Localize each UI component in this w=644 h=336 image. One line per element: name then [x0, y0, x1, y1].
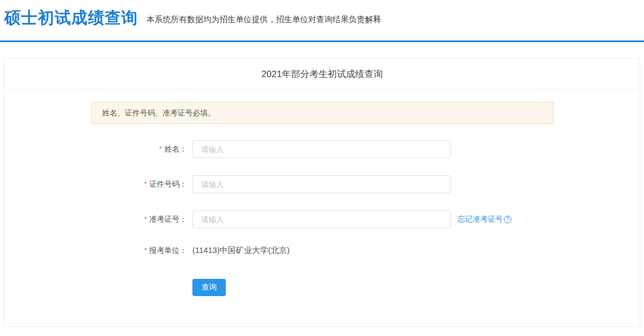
form-row-institution: *报考单位： (11413)中国矿业大学(北京) [4, 245, 640, 256]
card-title: 2021年部分考生初试成绩查询 [261, 68, 383, 80]
required-asterisk: * [144, 215, 147, 223]
query-card: 2021年部分考生初试成绩查询 姓名、证件号码、准考证号必填。 *姓名： *证件… [4, 58, 640, 327]
target-institution-value: (11413)中国矿业大学(北京) [192, 245, 290, 256]
forgot-exam-number-link[interactable]: 忘记准考证号? [458, 215, 511, 224]
card-body: 姓名、证件号码、准考证号必填。 *姓名： *证件号码： *准考证号： [4, 90, 640, 296]
exam-number-input[interactable] [192, 210, 451, 228]
query-button[interactable]: 查询 [192, 279, 226, 296]
required-asterisk: * [144, 180, 147, 188]
question-circle-icon[interactable]: ? [504, 216, 511, 223]
required-fields-alert: 姓名、证件号码、准考证号必填。 [91, 102, 553, 124]
id-number-input[interactable] [192, 175, 451, 193]
page-header: 硕士初试成绩查询 本系统所有数据均为招生单位提供，招生单位对查询结果负责解释 [0, 0, 644, 26]
form-row-name: *姓名： [4, 140, 640, 158]
required-asterisk: * [144, 246, 147, 255]
header-divider [0, 40, 644, 42]
query-form: *姓名： *证件号码： *准考证号： 忘记准考证号? [4, 140, 640, 296]
form-row-id-number: *证件号码： [4, 175, 640, 193]
card-header: 2021年部分考生初试成绩查询 [4, 59, 640, 90]
page-subtitle: 本系统所有数据均为招生单位提供，招生单位对查询结果负责解释 [147, 15, 381, 26]
id-number-label: *证件号码： [4, 180, 192, 189]
exam-number-label: *准考证号： [4, 215, 192, 224]
name-input[interactable] [192, 140, 451, 158]
page-title: 硕士初试成绩查询 [4, 9, 138, 26]
alert-text: 姓名、证件号码、准考证号必填。 [102, 108, 216, 118]
name-label: *姓名： [4, 145, 192, 154]
form-row-exam-number: *准考证号： 忘记准考证号? [4, 210, 640, 228]
required-asterisk: * [160, 145, 162, 153]
institution-label: *报考单位： [4, 246, 192, 256]
form-row-submit: 查询 [4, 279, 640, 296]
